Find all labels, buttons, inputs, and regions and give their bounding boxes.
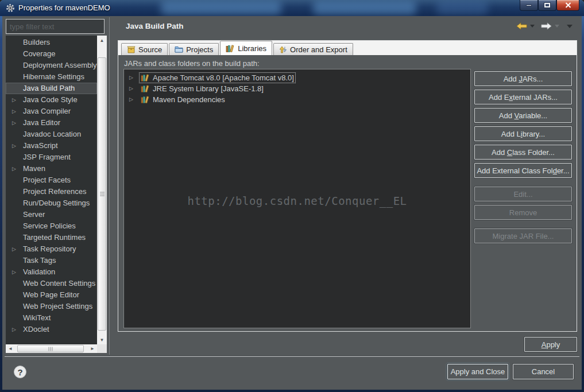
tree-item[interactable]: ▷ WikiText xyxy=(6,312,97,324)
action-button[interactable]: Add Library... xyxy=(474,126,572,141)
tree-item[interactable]: ▷ Hibernate Settings xyxy=(6,71,97,83)
scroll-right-icon[interactable]: ► xyxy=(88,344,97,353)
maximize-icon xyxy=(544,3,550,7)
title-bar[interactable]: Properties for mavenDEMO xyxy=(0,0,584,16)
tree-item[interactable]: ▷ Deployment Assembly xyxy=(6,60,97,71)
tree-item-label: Java Editor xyxy=(23,117,60,129)
panel-divider[interactable] xyxy=(109,17,110,355)
tree-item-label: Hibernate Settings xyxy=(23,71,84,83)
back-history-dropdown-icon[interactable] xyxy=(530,25,535,28)
tree-item[interactable]: ▷ Targeted Runtimes xyxy=(6,232,97,243)
tree-item-label: Validation xyxy=(23,266,55,278)
expand-arrow-icon[interactable]: ▷ xyxy=(12,324,20,335)
expand-arrow-icon[interactable]: ▷ xyxy=(129,94,133,105)
action-button[interactable]: Add JARs... xyxy=(474,71,572,86)
tree-item-label: WikiText xyxy=(23,312,51,324)
package-icon xyxy=(127,46,136,53)
entry-content[interactable]: Apache Tomcat v8.0 [Apache Tomcat v8.0] xyxy=(139,72,296,83)
tree-item[interactable]: ▷ XDoclet xyxy=(6,324,97,335)
close-button[interactable] xyxy=(556,0,579,11)
tree-item[interactable]: ▷ Run/Debug Settings xyxy=(6,197,97,209)
tree-item-label: Java Code Style xyxy=(23,94,78,106)
tree-item[interactable]: ▷ Server xyxy=(6,209,97,220)
tree-item[interactable]: ▷ JSP Fragment xyxy=(6,152,97,163)
tree-item[interactable]: ▷ Validation xyxy=(6,266,97,278)
tree-item[interactable]: ▷ Project References xyxy=(6,186,97,197)
scroll-up-icon[interactable]: ▲ xyxy=(97,36,107,45)
vertical-scroll-thumb[interactable] xyxy=(98,57,106,331)
tree-item[interactable]: ▷ Java Code Style xyxy=(6,94,97,106)
tab-source[interactable]: Source xyxy=(121,43,168,55)
tree-vertical-scrollbar[interactable]: ▲ ▼ xyxy=(97,36,107,344)
entry-content[interactable]: Maven Dependencies xyxy=(139,94,227,105)
tree-item[interactable]: ▷ Java Editor xyxy=(6,117,97,129)
tree-item-label: Project Facets xyxy=(23,174,71,186)
build-path-list[interactable]: http://blog.csdn.net/Conquer__EL ▷ Apach… xyxy=(123,69,471,328)
tree-item-label: Deployment Assembly xyxy=(23,60,97,71)
expand-arrow-icon[interactable]: ▷ xyxy=(12,243,20,255)
forward-arrow-icon[interactable] xyxy=(541,22,552,30)
folder-icon xyxy=(175,46,183,53)
maximize-button[interactable] xyxy=(538,0,556,11)
properties-gear-icon xyxy=(6,3,15,15)
tree-item[interactable]: ▷ Java Compiler xyxy=(6,106,97,117)
expand-arrow-icon[interactable]: ▷ xyxy=(12,94,20,106)
scroll-left-icon[interactable]: ◄ xyxy=(6,344,15,353)
tree-item-label: Targeted Runtimes xyxy=(23,232,86,243)
tree-item[interactable]: ▷ Javadoc Location xyxy=(6,129,97,140)
cancel-button[interactable]: Cancel xyxy=(513,364,574,379)
tree-item[interactable]: ▷ Builders xyxy=(6,37,97,48)
tree-item[interactable]: ▷ Maven xyxy=(6,163,97,174)
tree-item-label: Builders xyxy=(23,37,50,48)
build-path-entry[interactable]: ▷ JRE System Library [JavaSE-1.8] xyxy=(124,83,470,94)
aero-glass-highlight xyxy=(161,1,281,15)
expand-arrow-icon[interactable]: ▷ xyxy=(12,266,20,278)
back-arrow-icon[interactable] xyxy=(516,22,527,30)
minimize-button[interactable] xyxy=(520,0,538,11)
action-button[interactable]: Migrate JAR File... xyxy=(474,228,572,243)
expand-arrow-icon[interactable]: ▷ xyxy=(129,72,133,83)
expand-arrow-icon[interactable]: ▷ xyxy=(12,117,20,129)
tree-item-label: Web Project Settings xyxy=(23,301,92,312)
action-button-column: Add JARs... Add External JARs... Add Var… xyxy=(474,71,573,243)
tree-item[interactable]: ▷ Task Repository xyxy=(6,243,97,255)
tab-projects[interactable]: Projects xyxy=(169,43,219,55)
tree-item[interactable]: ▷ Java Build Path xyxy=(6,83,97,94)
tab-order-and-export[interactable]: Order and Export xyxy=(273,43,353,55)
expand-arrow-icon[interactable]: ▷ xyxy=(12,163,20,174)
tree-item-label: JavaScript xyxy=(23,140,58,152)
tab-libraries[interactable]: Libraries xyxy=(220,41,272,55)
action-button[interactable]: Add Class Folder... xyxy=(474,145,572,160)
build-path-entry[interactable]: ▷ Apache Tomcat v8.0 [Apache Tomcat v8.0… xyxy=(124,72,470,83)
expand-arrow-icon[interactable]: ▷ xyxy=(12,140,20,152)
tree-horizontal-scrollbar[interactable]: ◄ ► xyxy=(6,344,97,353)
help-button[interactable]: ? xyxy=(14,366,26,378)
tree-item[interactable]: ▷ Project Facets xyxy=(6,174,97,186)
filter-input[interactable] xyxy=(6,19,105,34)
properties-dialog-window: Properties for mavenDEMO ▷ Builders xyxy=(0,0,584,392)
tab-strip: Source Projects Libraries xyxy=(118,41,577,55)
tree-item[interactable]: ▷ Service Policies xyxy=(6,220,97,232)
tree-item[interactable]: ▷ Task Tags xyxy=(6,255,97,266)
action-button[interactable]: Edit... xyxy=(474,187,572,201)
expand-arrow-icon[interactable]: ▷ xyxy=(129,83,133,94)
view-menu-icon[interactable] xyxy=(567,25,573,28)
build-path-entry[interactable]: ▷ Maven Dependencies xyxy=(124,94,470,105)
apply-and-close-button[interactable]: Apply and Close xyxy=(447,364,508,379)
tree-item[interactable]: ▷ Web Page Editor xyxy=(6,289,97,301)
action-button[interactable]: Add Variable... xyxy=(474,108,572,123)
entry-content[interactable]: JRE System Library [JavaSE-1.8] xyxy=(139,83,265,94)
tree-item[interactable]: ▷ JavaScript xyxy=(6,140,97,152)
tree-item[interactable]: ▷ Web Content Settings xyxy=(6,278,97,289)
expand-arrow-icon[interactable]: ▷ xyxy=(12,106,20,117)
action-button[interactable]: Add External JARs... xyxy=(474,90,572,104)
horizontal-scroll-thumb[interactable] xyxy=(17,345,84,352)
scroll-down-icon[interactable]: ▼ xyxy=(97,335,107,344)
window-title: Properties for mavenDEMO xyxy=(18,0,110,15)
action-button[interactable]: Remove xyxy=(474,205,572,220)
tree-item[interactable]: ▷ Web Project Settings xyxy=(6,301,97,312)
forward-history-dropdown-icon[interactable] xyxy=(555,25,559,28)
tree-item[interactable]: ▷ Coverage xyxy=(6,48,97,60)
action-button[interactable]: Add External Class Folder... xyxy=(474,163,572,178)
apply-button[interactable]: Apply xyxy=(524,337,577,352)
